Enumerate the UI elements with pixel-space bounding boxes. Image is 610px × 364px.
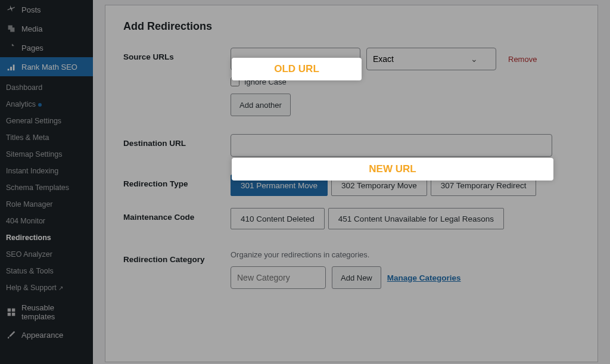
svg-rect-0 — [8, 309, 11, 312]
brush-icon — [6, 329, 17, 340]
sidebar-sub-help[interactable]: Help & Support — [0, 279, 93, 296]
sidebar-sub-seo-analyzer[interactable]: SEO Analyzer — [0, 246, 93, 263]
manage-categories-link[interactable]: Manage Categories — [387, 273, 461, 282]
svg-rect-1 — [12, 309, 15, 312]
annotation-new-url: NEW URL — [232, 158, 553, 181]
sidebar-sub-404[interactable]: 404 Monitor — [0, 213, 93, 229]
sidebar-sub-analytics[interactable]: Analytics — [0, 96, 93, 113]
sidebar-sub-titles-meta[interactable]: Titles & Meta — [0, 129, 93, 146]
svg-rect-2 — [8, 313, 11, 316]
sidebar-item-media[interactable]: Media — [0, 19, 93, 38]
category-help: Organize your redirections in categories… — [231, 250, 580, 259]
add-another-button[interactable]: Add another — [231, 94, 291, 116]
media-icon — [6, 23, 17, 34]
category-row-wrap: Redirection Category Organize your redir… — [123, 250, 580, 289]
rankmath-icon — [6, 61, 17, 72]
sidebar-label: Reusable templates — [21, 303, 88, 321]
panel-title: Add Redirections — [123, 20, 580, 33]
new-category-input[interactable] — [231, 266, 326, 289]
sidebar-sub-status[interactable]: Status & Tools — [0, 263, 93, 279]
match-type-select[interactable]: Exact ⌄ — [366, 48, 496, 70]
sidebar-item-rankmath[interactable]: Rank Math SEO — [0, 57, 93, 76]
match-type-value: Exact — [373, 54, 394, 64]
sidebar-item-appearance[interactable]: Appearance — [0, 325, 93, 344]
maintenance-code-label: Maintenance Code — [123, 208, 231, 222]
sidebar-sub-redirections[interactable]: Redirections — [0, 229, 93, 246]
blocks-icon — [6, 307, 17, 318]
destination-url-input[interactable] — [231, 134, 552, 157]
sidebar-sub-schema[interactable]: Schema Templates — [0, 179, 93, 196]
destination-label: Destination URL — [123, 134, 231, 148]
category-label: Redirection Category — [123, 250, 231, 264]
option-410[interactable]: 410 Content Deleted — [231, 208, 325, 229]
sidebar-label: Appearance — [21, 331, 63, 340]
redirection-type-label: Redirection Type — [123, 175, 231, 188]
destination-row: Destination URL — [123, 134, 580, 157]
sidebar-item-pages[interactable]: Pages — [0, 38, 93, 57]
sidebar-label: Pages — [21, 43, 43, 52]
sidebar-label: Media — [21, 24, 42, 33]
sidebar-sub-general-settings[interactable]: General Settings — [0, 113, 93, 129]
sidebar-item-posts[interactable]: Posts — [0, 0, 93, 19]
source-urls-label: Source URLs — [123, 48, 231, 61]
sidebar-label: Rank Math SEO — [21, 63, 77, 71]
admin-sidebar: Posts Media Pages Rank Math SEO Dashboar… — [0, 0, 93, 364]
notification-dot — [38, 103, 42, 107]
pushpin-icon — [6, 4, 17, 15]
sidebar-sub-role-manager[interactable]: Role Manager — [0, 196, 93, 213]
chevron-down-icon: ⌄ — [471, 54, 478, 64]
remove-link[interactable]: Remove — [508, 55, 537, 64]
sidebar-sub-sitemap[interactable]: Sitemap Settings — [0, 146, 93, 163]
sidebar-label: Posts — [21, 5, 41, 14]
maintenance-code-row: Maintenance Code 410 Content Deleted 451… — [123, 208, 580, 229]
annotation-old-url: OLD URL — [232, 58, 362, 80]
svg-rect-3 — [12, 313, 15, 316]
add-new-category-button[interactable]: Add New — [332, 266, 381, 289]
option-451[interactable]: 451 Content Unavailable for Legal Reason… — [328, 208, 504, 229]
sidebar-sub-instant-indexing[interactable]: Instant Indexing — [0, 163, 93, 179]
sidebar-item-reusable[interactable]: Reusable templates — [0, 299, 93, 325]
sidebar-sub-dashboard[interactable]: Dashboard — [0, 79, 93, 96]
page-icon — [6, 42, 17, 53]
